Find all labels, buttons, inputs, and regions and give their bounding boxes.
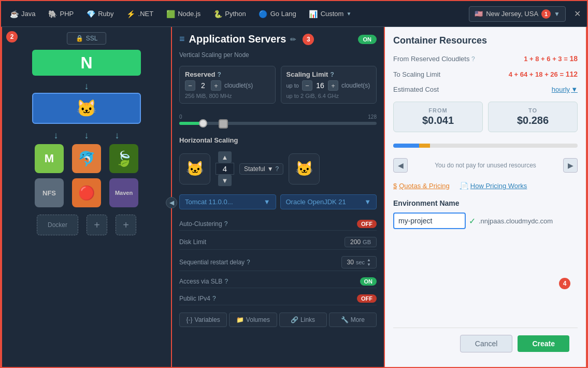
count-decrement-button[interactable]: ▼ — [218, 175, 232, 186]
ubuntu-icon-block[interactable]: 🔴 — [72, 178, 101, 207]
tab-ruby[interactable]: 💎 Ruby — [80, 5, 120, 23]
tab-java[interactable]: ☕ Java — [3, 5, 41, 23]
next-arrow[interactable]: ▶ — [563, 158, 578, 173]
more-button[interactable]: 🔧 More — [329, 313, 377, 327]
auto-clustering-toggle[interactable]: OFF — [357, 220, 377, 228]
links-button[interactable]: 🔗 Links — [279, 313, 327, 327]
tab-php[interactable]: 🐘 PHP — [41, 5, 80, 23]
close-button[interactable]: ✕ — [570, 7, 585, 21]
tab-php-label: PHP — [60, 10, 74, 18]
scaling-increment-button[interactable]: + — [328, 80, 338, 91]
stateful-dropdown[interactable]: Stateful ▼ ? — [239, 163, 283, 175]
mysql-icon-block[interactable]: 🐬 — [72, 144, 101, 173]
vertical-scaling-label: Vertical Scaling per Node — [179, 51, 377, 59]
from-cloudlets-row: From Reserved Cloudlets ? 1 + 8 + 6 + 3 … — [393, 54, 578, 63]
slider-thumb-limit[interactable] — [219, 119, 228, 129]
prev-arrow[interactable]: ◀ — [393, 158, 408, 173]
variables-label: Variables — [195, 316, 220, 323]
volumes-icon: 📁 — [236, 316, 244, 323]
tab-golang[interactable]: 🔵 Go Lang — [252, 5, 303, 23]
to-formula: 4 + 64 + 18 + 26 = 112 — [509, 70, 578, 78]
cancel-button[interactable]: Cancel — [460, 335, 513, 352]
slider-labels: 0 128 — [179, 114, 377, 120]
nodejs-icon: 🟩 — [166, 9, 175, 19]
access-slb-help-icon[interactable]: ? — [224, 278, 228, 285]
from-help-icon[interactable]: ? — [471, 55, 475, 63]
count-increment-button[interactable]: ▲ — [218, 151, 232, 163]
oracle-dropdown[interactable]: Oracle OpenJDK 21 ▼ — [280, 194, 377, 209]
public-ipv4-help-icon[interactable]: ? — [212, 295, 216, 302]
cost-bar-orange — [419, 144, 430, 148]
main-content: 2 🔒 SSL N ↓ 🐱 ↓ ↓ ↓ M 🐬 — [1, 27, 587, 367]
maven-label: Maven — [115, 190, 133, 196]
hourly-period-link[interactable]: hourly ▼ — [552, 86, 578, 93]
service-icons-row2: NFS 🔴 Maven — [35, 178, 138, 207]
nfs-icon-block[interactable]: NFS — [35, 178, 64, 207]
toggle-on[interactable]: ON — [358, 35, 377, 44]
collapse-arrow[interactable]: ◀ — [166, 197, 177, 208]
slider-track[interactable] — [179, 122, 377, 125]
tab-nodejs-label: Node.js — [178, 10, 200, 18]
ssl-label: SSL — [86, 35, 98, 42]
tomcat-dropdown[interactable]: Tomcat 11.0.0... ▼ — [179, 194, 276, 209]
to-price-value: $0.286 — [494, 115, 572, 126]
mongo2-icon-block[interactable]: 🍃 — [109, 144, 138, 173]
create-button[interactable]: Create — [518, 335, 569, 352]
disk-unit: GB — [363, 239, 371, 245]
variables-button[interactable]: {-} Variables — [179, 313, 227, 327]
edit-icon[interactable]: ✏ — [290, 35, 296, 44]
reserved-label: Reserved ? — [185, 70, 270, 78]
env-name-input[interactable] — [393, 213, 466, 229]
ssl-button[interactable]: 🔒 SSL — [67, 32, 107, 45]
public-ipv4-toggle[interactable]: OFF — [357, 294, 377, 303]
mongo-icon-block[interactable]: M — [35, 144, 64, 173]
variables-icon: {-} — [187, 316, 193, 323]
scaling-slider[interactable]: 0 128 — [179, 114, 377, 127]
tab-python[interactable]: 🐍 Python — [207, 5, 252, 23]
quotas-link[interactable]: $ Quotas & Pricing — [393, 182, 450, 190]
public-ipv4-row: Public IPv4 ? OFF — [179, 292, 377, 305]
lock-icon: 🔒 — [76, 35, 83, 42]
add-button-1[interactable]: + — [87, 215, 107, 235]
wrench-icon: 🔧 — [341, 316, 349, 323]
region-selector[interactable]: 🇺🇸 New Jersey, USA 1 ▼ — [469, 6, 566, 22]
links-label: Links — [300, 316, 315, 323]
reserved-increment-button[interactable]: + — [211, 80, 221, 91]
restart-delay-value[interactable]: 30 sec ▲ ▼ — [341, 256, 377, 268]
how-pricing-link[interactable]: 📄 How Pricing Works — [460, 182, 527, 190]
docker-label: Docker — [48, 221, 67, 229]
tab-net-label: .NET — [138, 10, 154, 18]
net-icon: ⚡ — [126, 9, 136, 19]
tab-custom[interactable]: 📊 Custom ▼ — [303, 5, 358, 23]
badge-3: 3 — [303, 34, 314, 45]
nginx-block[interactable]: N — [32, 50, 141, 76]
arrow-down-right: ↓ — [115, 130, 120, 141]
restart-delay-label: Sequential restart delay ? — [179, 259, 250, 266]
unused-text: You do not pay for unused resources — [408, 162, 563, 169]
disk-limit-value[interactable]: 200 GB — [345, 237, 377, 247]
left-panel: 2 🔒 SSL N ↓ 🐱 ↓ ↓ ↓ M 🐬 — [1, 27, 172, 367]
tab-nodejs[interactable]: 🟩 Node.js — [160, 5, 207, 23]
slider-thumb-reserved[interactable] — [199, 119, 207, 128]
restart-delay-help-icon[interactable]: ? — [247, 259, 250, 266]
auto-clustering-help-icon[interactable]: ? — [224, 220, 228, 228]
right-panel: Container Resources From Reserved Cloudl… — [385, 27, 587, 367]
tomcat-dropdown-label: Tomcat 11.0.0... — [185, 198, 233, 206]
add-button-2[interactable]: + — [116, 215, 136, 235]
stepper-down-icon[interactable]: ▼ — [367, 262, 371, 267]
scaling-help-icon[interactable]: ? — [330, 71, 334, 78]
reserved-info: 256 MiB, 800 MHz — [185, 93, 270, 99]
reserved-help-icon[interactable]: ? — [218, 71, 221, 78]
stateful-help-icon[interactable]: ? — [276, 165, 279, 173]
stepper-up-icon[interactable]: ▲ — [367, 258, 371, 262]
volumes-button[interactable]: 📁 Volumes — [229, 313, 277, 327]
docker-button[interactable]: Docker — [37, 215, 78, 235]
tomcat-block[interactable]: 🐱 — [32, 93, 141, 124]
access-slb-toggle[interactable]: ON — [360, 277, 377, 286]
reserved-decrement-button[interactable]: − — [185, 80, 195, 91]
check-icon: ✓ — [469, 216, 476, 226]
links-icon: 🔗 — [291, 316, 298, 323]
tab-net[interactable]: ⚡ .NET — [120, 5, 160, 23]
scaling-decrement-button[interactable]: − — [302, 80, 312, 91]
maven-icon-block[interactable]: Maven — [109, 178, 138, 207]
